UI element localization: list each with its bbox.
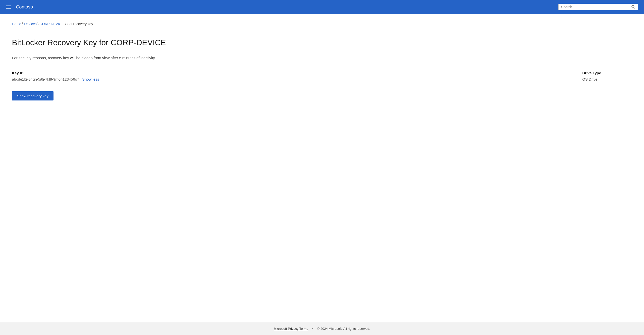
breadcrumb-separator-2: \	[38, 22, 38, 26]
app-header: Contoso	[0, 0, 644, 14]
search-container	[558, 4, 638, 10]
key-id-label: Key ID	[12, 71, 562, 75]
breadcrumb: Home \ Devices \ CORP-DEVICE \ Get recov…	[12, 22, 632, 26]
main-content: Home \ Devices \ CORP-DEVICE \ Get recov…	[0, 14, 644, 322]
breadcrumb-separator-3: \	[65, 22, 66, 26]
svg-line-1	[634, 8, 635, 9]
key-info-section: Key ID abcde1f2-34gh-5i6j-7kl8-9m0n12345…	[12, 71, 632, 81]
brand-name: Contoso	[16, 4, 33, 10]
header-left: Contoso	[6, 4, 33, 10]
search-input[interactable]	[561, 5, 629, 9]
show-recovery-key-button[interactable]: Show recovery key	[12, 91, 54, 100]
footer-separator: •	[312, 327, 313, 331]
breadcrumb-separator-1: \	[22, 22, 23, 26]
breadcrumb-devices[interactable]: Devices	[24, 22, 36, 26]
footer-copyright: © 2024 Microsoft. All rights reserved.	[317, 327, 370, 331]
key-id-text: abcde1f2-34gh-5i6j-7kl8-9m0n123456o7	[12, 77, 79, 81]
breadcrumb-home[interactable]: Home	[12, 22, 21, 26]
search-icon	[631, 5, 635, 9]
page-footer: Microsoft Privacy Terms • © 2024 Microso…	[0, 322, 644, 335]
breadcrumb-device[interactable]: CORP-DEVICE	[40, 22, 64, 26]
drive-type-value: OS Drive	[582, 77, 632, 81]
drive-type-label: Drive Type	[582, 71, 632, 75]
breadcrumb-current: Get recovery key	[67, 22, 93, 26]
key-id-section: Key ID abcde1f2-34gh-5i6j-7kl8-9m0n12345…	[12, 71, 562, 81]
hamburger-menu-icon[interactable]	[6, 5, 11, 9]
drive-type-section: Drive Type OS Drive	[582, 71, 632, 81]
key-id-value-row: abcde1f2-34gh-5i6j-7kl8-9m0n123456o7 Sho…	[12, 77, 562, 81]
show-less-link[interactable]: Show less	[82, 77, 99, 81]
privacy-terms-link[interactable]: Microsoft Privacy Terms	[274, 327, 308, 331]
search-button[interactable]	[631, 5, 635, 9]
security-notice: For security reasons, recovery key will …	[12, 55, 632, 61]
page-title: BitLocker Recovery Key for CORP-DEVICE	[12, 38, 632, 47]
